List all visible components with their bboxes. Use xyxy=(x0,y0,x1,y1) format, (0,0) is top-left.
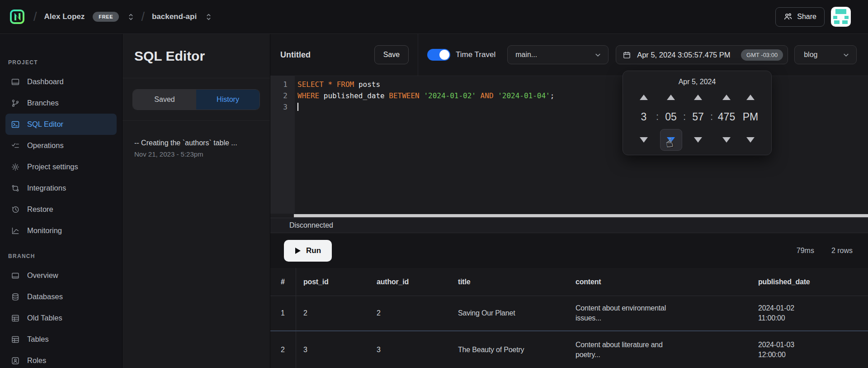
second-value: 57 xyxy=(692,111,704,123)
sidebar-item-old-tables[interactable]: Old Tables xyxy=(5,307,117,329)
branch-selector[interactable]: main... xyxy=(507,45,609,64)
sidebar-item-label: Branches xyxy=(27,99,59,107)
sidebar-item-databases[interactable]: Databases xyxy=(5,286,117,307)
table-cell: Saving Our Planet xyxy=(451,308,568,318)
millisecond-down-button[interactable] xyxy=(722,137,731,143)
code-line-1[interactable]: 1SELECT * FROM posts xyxy=(270,79,868,90)
breadcrumb-separator: / xyxy=(33,10,38,24)
history-query-date: Nov 21, 2023 - 5:23pm xyxy=(134,150,258,158)
run-toolbar: Run 79ms 2 rows xyxy=(270,233,868,268)
sidebar-nav: PROJECTDashboardBranchesSQL EditorOperat… xyxy=(0,34,122,368)
breadcrumb-project[interactable]: backend-api xyxy=(152,12,197,21)
sidebar-item-dashboard[interactable]: Dashboard xyxy=(5,71,117,92)
history-list: -- Creating the `authors` table ...Nov 2… xyxy=(123,121,270,158)
sidebar-item-operations[interactable]: Operations xyxy=(5,135,117,156)
operations-icon xyxy=(11,141,20,150)
dashboard-icon xyxy=(11,77,20,86)
line-number: 1 xyxy=(270,79,295,90)
restore-icon xyxy=(11,205,20,214)
meridiem-up-button[interactable] xyxy=(746,95,755,100)
history-list-item[interactable]: -- Creating the `authors` table ...Nov 2… xyxy=(134,139,258,158)
editor-header: Untitled Save Time Travel main... Apr 5,… xyxy=(270,34,868,76)
sidebar-item-branches[interactable]: Branches xyxy=(5,92,117,114)
tab-saved[interactable]: Saved xyxy=(133,90,196,110)
sidebar-item-roles[interactable]: Roles xyxy=(5,350,117,368)
connection-status: Disconnected xyxy=(289,221,333,229)
sql-editor-icon xyxy=(11,120,20,129)
sql-code-editor[interactable]: 1SELECT * FROM posts2WHERE published_dat… xyxy=(270,76,868,214)
millisecond-up-button[interactable] xyxy=(722,95,731,100)
minute-down-button-hover[interactable] xyxy=(660,129,682,151)
sidebar-item-label: Operations xyxy=(27,141,64,150)
neon-logo[interactable] xyxy=(8,8,26,26)
settings-icon xyxy=(11,162,20,172)
play-icon xyxy=(295,247,301,254)
breadcrumb-user[interactable]: Alex Lopez xyxy=(44,12,85,21)
sidebar-item-monitoring[interactable]: Monitoring xyxy=(5,220,117,241)
query-title: Untitled xyxy=(280,50,311,60)
time-travel-label: Time Travel xyxy=(456,50,495,59)
sidebar-item-label: Dashboard xyxy=(27,77,64,86)
time-travel-toggle[interactable] xyxy=(427,49,450,61)
minute-down-button[interactable] xyxy=(667,137,675,143)
sidebar-item-label: Roles xyxy=(27,356,46,365)
meridiem-down-button[interactable] xyxy=(746,137,755,143)
table-row[interactable]: 122Saving Our PlanetContent about enviro… xyxy=(270,296,868,331)
timezone-badge: GMT -03:00 xyxy=(741,49,783,61)
save-button[interactable]: Save xyxy=(374,45,409,64)
top-bar: / Alex Lopez FREE / backend-api xyxy=(0,0,868,34)
code-text xyxy=(295,101,298,113)
time-separator: : xyxy=(710,111,713,123)
query-duration: 79ms xyxy=(797,247,814,255)
table-cell: 2 xyxy=(270,331,296,368)
sidebar-item-sql-editor[interactable]: SQL Editor xyxy=(5,114,117,135)
sidebar-item-label: Databases xyxy=(27,292,63,301)
minute-value: 05 xyxy=(665,111,677,123)
second-down-button[interactable] xyxy=(694,137,702,143)
project-switcher-chevron-icon[interactable] xyxy=(206,13,212,21)
user-switcher-chevron-icon[interactable] xyxy=(128,13,134,21)
code-line-2[interactable]: 2WHERE published_date BETWEEN '2024-01-0… xyxy=(270,90,868,101)
sidebar-item-tables[interactable]: Tables xyxy=(5,329,117,350)
code-line-3[interactable]: 3 xyxy=(270,101,868,113)
code-text: SELECT * FROM posts xyxy=(295,79,380,90)
sidebar-item-label: Old Tables xyxy=(27,314,62,322)
second-up-button[interactable] xyxy=(694,95,702,100)
timestamp-value: Apr 5, 2024 3:05:57.475 PM xyxy=(637,51,730,59)
run-button[interactable]: Run xyxy=(284,240,332,262)
minute-up-button[interactable] xyxy=(667,95,675,100)
sidebar-item-restore[interactable]: Restore xyxy=(5,199,117,220)
sidebar-item-label: SQL Editor xyxy=(27,120,63,129)
popup-date-title: Apr 5, 2024 xyxy=(623,78,771,86)
page-title: SQL Editor xyxy=(134,48,205,64)
tab-history[interactable]: History xyxy=(196,90,259,110)
table-cell: 3 xyxy=(369,346,451,354)
horizontal-scrollbar[interactable] xyxy=(270,214,868,218)
sidebar-item-label: Integrations xyxy=(27,184,66,192)
timestamp-picker[interactable]: Apr 5, 2024 3:05:57.475 PM GMT -03:00 xyxy=(616,45,788,64)
sidebar-item-overview[interactable]: Overview xyxy=(5,265,117,286)
time-separator: : xyxy=(683,111,686,123)
share-button[interactable]: Share xyxy=(775,7,825,27)
run-label: Run xyxy=(306,246,321,255)
code-text: WHERE published_date BETWEEN '2024-01-02… xyxy=(295,90,554,101)
user-avatar[interactable] xyxy=(831,7,851,27)
sidebar-section-label-branch: BRANCH xyxy=(5,253,117,259)
hour-up-button[interactable] xyxy=(640,95,648,100)
share-people-icon xyxy=(783,12,793,21)
table-cell: 2 xyxy=(369,309,451,317)
sidebar-item-integrations[interactable]: Integrations xyxy=(5,177,117,199)
table-cell: 1 xyxy=(270,296,296,330)
table-row[interactable]: 233The Beauty of PoetryContent about lit… xyxy=(270,331,868,368)
history-query-text: -- Creating the `authors` table ... xyxy=(134,139,258,147)
results-table: #post_idauthor_idtitlecontentpublished_d… xyxy=(270,268,868,368)
sidebar-item-project-settings[interactable]: Project settings xyxy=(5,156,117,177)
table-cell: 3 xyxy=(296,346,369,354)
sidebar-item-label: Tables xyxy=(27,335,49,344)
sidebar-item-label: Restore xyxy=(27,205,53,214)
chevron-down-icon xyxy=(594,51,602,59)
hour-down-button[interactable] xyxy=(640,137,648,143)
database-selector[interactable]: blog xyxy=(794,45,857,64)
sql-editor-panel: SQL Editor Saved History -- Creating the… xyxy=(122,34,270,368)
results-table-header: #post_idauthor_idtitlecontentpublished_d… xyxy=(270,268,868,296)
